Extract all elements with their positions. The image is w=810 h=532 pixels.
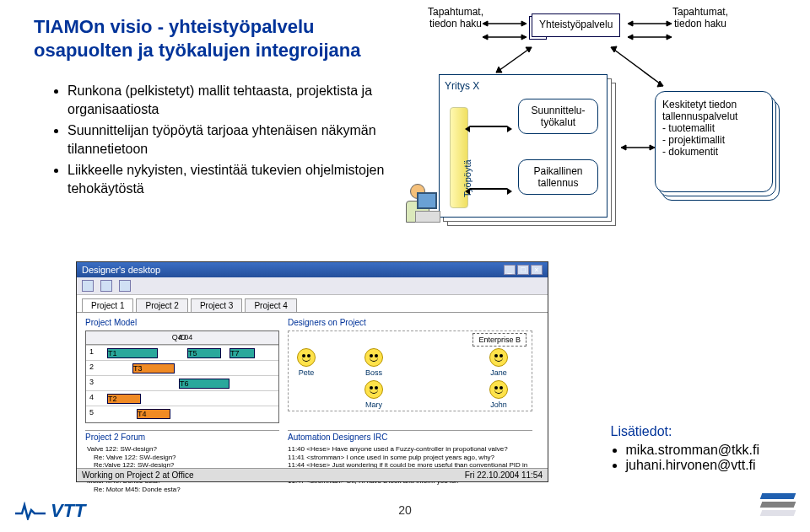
- smiley-icon: [297, 348, 316, 367]
- forum-title: Project 2 Forum: [85, 433, 279, 442]
- toolbar: [77, 277, 548, 295]
- maximize-icon[interactable]: □: [517, 265, 529, 275]
- svg-marker-10: [628, 35, 633, 40]
- irc-line: 11:41 <stromman> I once used in some pul…: [288, 454, 532, 462]
- svg-line-12: [496, 47, 532, 73]
- bullet-list: Runkona (pelkistetyt) mallit tehtaasta, …: [34, 82, 397, 198]
- smiley-icon: [364, 348, 383, 367]
- gantt-bar: T1: [107, 348, 158, 358]
- company-stack: Yritys X Työpöytä Suunnittelu- työkalut …: [439, 74, 618, 228]
- central-item: - projektimallit: [662, 134, 765, 146]
- gantt-bar: T3: [132, 363, 175, 373]
- gantt-bar: T5: [187, 348, 221, 358]
- title-line1: TIAMOn visio - yhteistyöpalvelu: [34, 16, 315, 37]
- smiley-icon: [489, 380, 508, 399]
- info-label: Lisätiedot:: [611, 424, 672, 438]
- gantt-bar: T6: [179, 379, 230, 389]
- svg-marker-5: [521, 35, 526, 40]
- arrow-icon: [470, 188, 507, 190]
- designers-title: Designers on Project: [288, 318, 532, 327]
- architecture-diagram: Tapahtumat, tiedon haku Yhteistyöpalvelu…: [388, 7, 793, 243]
- forum-line: Valve 122: SW-design?: [85, 445, 279, 454]
- collab-service-box: Yhteistyöpalvelu: [532, 13, 620, 37]
- svg-marker-2: [521, 21, 526, 26]
- gantt-bar: T4: [137, 409, 170, 419]
- bullet-item: Suunnittelijan työpöytä tarjoaa yhtenäis…: [68, 121, 397, 158]
- project-tabs: Project 1 Project 2 Project 3 Project 4: [77, 295, 548, 312]
- contact-email: mika.stromman@tkk.fi: [626, 443, 759, 458]
- toolbar-icon[interactable]: [82, 280, 94, 292]
- project-model-title: Project Model: [85, 318, 279, 327]
- arrow-icon: [470, 126, 507, 127]
- events-label-right: Tapahtumat, tiedon haku: [667, 7, 734, 30]
- tab-project3[interactable]: Project 3: [191, 298, 242, 312]
- corner-logo: [761, 490, 800, 524]
- user-icon: [397, 184, 439, 234]
- designers-panel: Enterprise B Pete Boss Mary Jane John: [288, 330, 532, 411]
- status-right: Fri 22.10.2004 11:54: [465, 470, 543, 480]
- toolbar-icon[interactable]: [100, 280, 112, 292]
- central-item: - tuotemallit: [662, 122, 765, 134]
- svg-marker-7: [628, 21, 633, 26]
- smiley-icon: [364, 380, 383, 399]
- local-storage-box: Paikallinen tallennus: [518, 159, 598, 195]
- title-line2: osapuolten ja työkalujen integroijana: [34, 40, 361, 61]
- enterprise-box: Enterprise B: [472, 333, 526, 347]
- gantt-chart: IDQ4 04 1 T1 T5 T7 2 T3 3 T6 4 T2: [85, 330, 279, 423]
- irc-line: 11:40 <Hese> Have anyone used a Fuzzy-co…: [288, 445, 532, 454]
- svg-line-15: [611, 47, 663, 86]
- bullet-item: Runkona (pelkistetyt) mallit tehtaasta, …: [68, 82, 397, 118]
- forum-line: Re: Valve 122: SW-design?: [85, 454, 279, 462]
- toolbar-icon[interactable]: [119, 280, 131, 292]
- irc-title: Automation Designers IRC: [288, 433, 532, 442]
- design-tools-box: Suunnittelu- työkalut: [518, 99, 598, 134]
- central-item: - dokumentit: [662, 146, 765, 158]
- company-label: Yritys X: [445, 80, 602, 92]
- tab-project1[interactable]: Project 1: [82, 298, 133, 312]
- window-title: Designer's desktop: [82, 265, 160, 275]
- minimize-icon[interactable]: _: [504, 265, 516, 275]
- tab-project4[interactable]: Project 4: [245, 298, 296, 312]
- svg-marker-11: [667, 35, 672, 40]
- page-number: 20: [398, 503, 412, 517]
- svg-marker-4: [483, 35, 488, 40]
- svg-marker-8: [667, 21, 672, 26]
- status-left: Working on Project 2 at Office: [82, 470, 193, 480]
- tab-project2[interactable]: Project 2: [136, 298, 187, 312]
- smiley-icon: [489, 348, 508, 367]
- gantt-bar: T7: [230, 348, 255, 358]
- svg-marker-1: [483, 21, 488, 26]
- forum-line: Re: Motor M45: Donde esta?: [85, 486, 279, 494]
- gantt-bar: T2: [107, 394, 141, 404]
- vtt-logo: VTT: [15, 500, 86, 522]
- central-title: Keskitetyt tiedon tallennuspalvelut: [662, 99, 765, 122]
- contact-info: Lisätiedot: mika.stromman@tkk.fi juhani.…: [611, 424, 759, 473]
- svg-marker-19: [621, 145, 626, 150]
- designer-desktop-window: Designer's desktop _ □ × Project 1 Proje…: [76, 261, 548, 482]
- central-services-stack: Keskitetyt tiedon tallennuspalvelut - tu…: [655, 91, 781, 209]
- bullet-item: Liikkeelle nykyisten, viestintää tukevie…: [68, 161, 397, 197]
- close-icon[interactable]: ×: [531, 265, 543, 275]
- contact-email: juhani.hirvonen@vtt.fi: [626, 458, 759, 473]
